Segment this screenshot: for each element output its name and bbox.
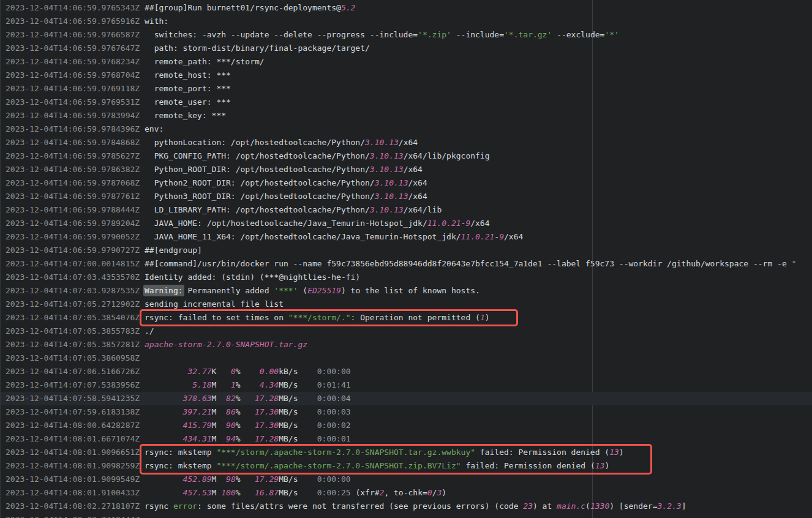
timestamp: 2023-12-04T14:07:58.5941235Z	[6, 394, 145, 403]
timestamp: 2023-12-04T14:08:00.6428287Z	[6, 421, 145, 430]
timestamp: 2023-12-04T14:07:00.0014815Z	[6, 259, 145, 268]
log-line: 2023-12-04T14:06:59.9790052Z JAVA_HOME_1…	[1, 230, 812, 244]
timestamp: 2023-12-04T14:06:59.9768704Z	[6, 70, 145, 80]
timestamp: 2023-12-04T14:06:59.9767647Z	[6, 43, 145, 53]
log-line: 2023-12-04T14:06:59.9789204Z JAVA_HOME: …	[1, 217, 812, 230]
log-line: 2023-12-04T14:07:05.3860958Z	[1, 351, 812, 365]
log-text: PKG_CONFIG_PATH: /opt/hostedtoolcache/Py…	[145, 151, 490, 160]
timestamp: 2023-12-04T14:07:06.5166726Z	[6, 367, 145, 376]
timestamp: 2023-12-04T14:08:02.2718107Z	[6, 501, 145, 511]
timestamp: 2023-12-04T14:06:59.9786382Z	[6, 165, 145, 174]
timestamp: 2023-12-04T14:07:05.2712902Z	[6, 299, 145, 309]
log-line: 2023-12-04T14:06:59.9788444Z LD_LIBRARY_…	[1, 203, 812, 217]
log-line: 2023-12-04T14:07:03.9287535Z Warning: Pe…	[1, 284, 812, 298]
log-text: Python_ROOT_DIR: /opt/hostedtoolcache/Py…	[145, 165, 423, 174]
log-line: 2023-12-04T14:07:05.2712902Z sending inc…	[1, 298, 812, 311]
log-text: 415.79M 90% 17.30MB/s 0:00:02	[145, 421, 351, 430]
timestamp: 2023-12-04T14:07:05.3857281Z	[6, 340, 145, 349]
log-text: sending incremental file list	[145, 299, 284, 309]
log-text: rsync: mkstemp "***/storm/.apache-storm-…	[145, 448, 624, 457]
log-text: 378.63M 82% 17.28MB/s 0:00:04	[145, 394, 351, 403]
log-line: 2023-12-04T14:06:59.9786382Z Python_ROOT…	[1, 163, 812, 176]
log-line: 2023-12-04T14:06:59.9784396Z env:	[1, 122, 812, 136]
timestamp: 2023-12-04T14:06:59.9783994Z	[6, 111, 145, 120]
log-text: rsync error: some files/attrs were not t…	[145, 501, 686, 511]
log-line: 2023-12-04T14:08:01.9100433Z 457.53M 100…	[1, 486, 812, 500]
log-line: 2023-12-04T14:08:02.2718444Z rsync error…	[1, 513, 812, 518]
log-text: 32.77K 0% 0.00kB/s 0:00:00	[145, 367, 351, 376]
timestamp: 2023-12-04T14:08:01.6671074Z	[6, 434, 145, 443]
timestamp: 2023-12-04T14:06:59.9790052Z	[6, 232, 145, 241]
timestamp: 2023-12-04T14:06:59.9789204Z	[6, 219, 145, 228]
timestamp: 2023-12-04T14:06:59.9787761Z	[6, 192, 145, 201]
log-line: 2023-12-04T14:08:01.9096651Z rsync: mkst…	[1, 446, 812, 459]
log-line: 2023-12-04T14:08:01.6671074Z 434.31M 94%…	[1, 432, 812, 446]
log-line: 2023-12-04T14:07:59.6183138Z 397.21M 86%…	[1, 405, 812, 419]
log-line: 2023-12-04T14:06:59.9767647Z path: storm…	[1, 42, 812, 55]
log-line: 2023-12-04T14:06:59.9787761Z Python3_ROO…	[1, 190, 812, 203]
log-line: 2023-12-04T14:08:02.2718107Z rsync error…	[1, 500, 812, 513]
log-line: 2023-12-04T14:06:59.9768704Z remote_host…	[1, 69, 812, 82]
log-text: 452.89M 98% 17.29MB/s 0:00:00	[145, 475, 351, 484]
timestamp: 2023-12-04T14:06:59.9769118Z	[6, 84, 145, 93]
log-line: 2023-12-04T14:06:59.9768234Z remote_path…	[1, 55, 812, 69]
log-line: 2023-12-04T14:06:59.9765343Z ##[group]Ru…	[1, 1, 812, 15]
log-line: 2023-12-04T14:07:05.3855783Z ./	[1, 325, 812, 338]
timestamp: 2023-12-04T14:06:59.9785627Z	[6, 151, 145, 160]
log-text: remote_key: ***	[145, 111, 226, 120]
log-text: JAVA_HOME_11_X64: /opt/hostedtoolcache/J…	[145, 232, 523, 241]
log-line: 2023-12-04T14:07:06.5166726Z 32.77K 0% 0…	[1, 365, 812, 378]
timestamp: 2023-12-04T14:06:59.9784868Z	[6, 138, 145, 147]
log-text: pythonLocation: /opt/hostedtoolcache/Pyt…	[145, 138, 418, 147]
log-text: rsync error:	[145, 515, 202, 518]
timestamp: 2023-12-04T14:07:07.5383956Z	[6, 380, 145, 389]
log-text: 434.31M 94% 17.28MB/s 0:00:01	[145, 434, 351, 443]
log-line: 2023-12-04T14:07:58.5941235Z 378.63M 82%…	[1, 392, 812, 405]
log-viewer: 2023-12-04T14:06:59.9765343Z ##[group]Ru…	[0, 0, 812, 518]
timestamp: 2023-12-04T14:08:02.2718444Z	[6, 515, 145, 518]
timestamp: 2023-12-04T14:06:59.9769531Z	[6, 97, 145, 107]
log-text: Python2_ROOT_DIR: /opt/hostedtoolcache/P…	[145, 178, 427, 187]
log-text: 397.21M 86% 17.30MB/s 0:00:03	[145, 407, 351, 416]
timestamp: 2023-12-04T14:06:59.9788444Z	[6, 205, 145, 214]
log-text: remote_port: ***	[145, 84, 231, 93]
timestamp: 2023-12-04T14:06:59.9784396Z	[6, 124, 145, 133]
log-text: ./	[145, 326, 154, 336]
timestamp: 2023-12-04T14:08:01.9096651Z	[6, 448, 145, 457]
log-text: env:	[145, 124, 164, 133]
log-text: 5.18M 1% 4.34MB/s 0:01:41	[145, 380, 351, 389]
log-line: 2023-12-04T14:08:01.9099549Z 452.89M 98%…	[1, 473, 812, 486]
log-text: ##[endgroup]	[145, 246, 202, 255]
timestamp: 2023-12-04T14:07:03.4353570Z	[6, 272, 145, 282]
log-text: remote_user: ***	[145, 97, 231, 107]
log-line: 2023-12-04T14:06:59.9785627Z PKG_CONFIG_…	[1, 149, 812, 163]
log-line: 2023-12-04T14:06:59.9790727Z ##[endgroup…	[1, 244, 812, 257]
log-text: remote_path: ***/storm/	[145, 57, 265, 66]
log-text: ##[group]Run burnett01/rsync-deployments…	[145, 3, 355, 12]
log-text: JAVA_HOME: /opt/hostedtoolcache/Java_Tem…	[145, 219, 490, 228]
log-line: 2023-12-04T14:08:00.6428287Z 415.79M 90%…	[1, 419, 812, 432]
log-text: Python3_ROOT_DIR: /opt/hostedtoolcache/P…	[145, 192, 427, 201]
log-text: with:	[145, 17, 168, 26]
log-text: apache-storm-2.7.0-SNAPSHOT.tar.gz	[145, 340, 307, 349]
timestamp: 2023-12-04T14:07:03.9287535Z	[6, 286, 145, 295]
log-line: 2023-12-04T14:07:05.3857281Z apache-stor…	[1, 338, 812, 351]
log-line: 2023-12-04T14:08:01.9098259Z rsync: mkst…	[1, 459, 812, 473]
timestamp: 2023-12-04T14:06:59.9787068Z	[6, 178, 145, 187]
log-line: 2023-12-04T14:06:59.9766587Z switches: -…	[1, 28, 812, 42]
timestamp: 2023-12-04T14:07:05.3860958Z	[6, 353, 145, 362]
log-line: 2023-12-04T14:06:59.9787068Z Python2_ROO…	[1, 176, 812, 190]
log-line: 2023-12-04T14:06:59.9769531Z remote_user…	[1, 96, 812, 109]
timestamp: 2023-12-04T14:06:59.9765916Z	[6, 17, 145, 26]
log-text: Identity added: (stdin) (***@nightlies-h…	[145, 272, 360, 282]
log-line: 2023-12-04T14:06:59.9765916Z with:	[1, 15, 812, 28]
log-text: remote_host: ***	[145, 70, 231, 80]
timestamp: 2023-12-04T14:07:05.3854076Z	[6, 313, 145, 322]
log-line: 2023-12-04T14:07:00.0014815Z ##[command]…	[1, 257, 812, 271]
log-text: rsync: mkstemp "***/storm/.apache-storm-…	[145, 461, 609, 470]
log-line: 2023-12-04T14:07:03.4353570Z Identity ad…	[1, 271, 812, 284]
timestamp: 2023-12-04T14:06:59.9768234Z	[6, 57, 145, 66]
timestamp: 2023-12-04T14:07:05.3855783Z	[6, 326, 145, 336]
log-text: Warning: Permanently added '***' (ED2551…	[145, 286, 480, 295]
timestamp: 2023-12-04T14:06:59.9765343Z	[6, 3, 145, 12]
